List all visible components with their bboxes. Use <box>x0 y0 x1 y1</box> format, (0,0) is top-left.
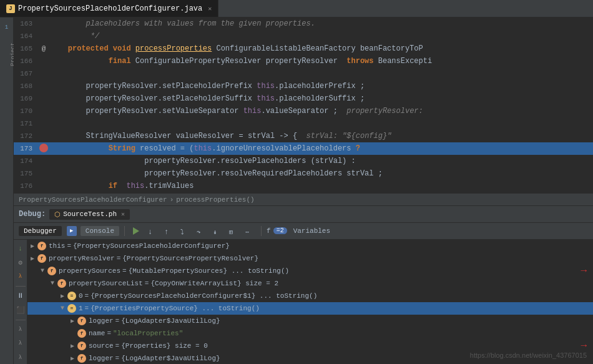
var-value-1: {PropertiesPropertySource} ... toString(… <box>91 305 260 312</box>
var-btn-pause[interactable]: ⏸ <box>14 290 27 302</box>
var-item-propertysources[interactable]: ▼ f propertySources = {MutablePropertySo… <box>27 265 593 277</box>
var-toggle-this[interactable]: ▶ <box>27 242 37 250</box>
var-item-this[interactable]: ▶ f this = {PropertySourcesPlaceholderCo… <box>27 240 593 252</box>
var-content: ▶ f this = {PropertySourcesPlaceholderCo… <box>27 240 593 364</box>
var-toggle-0[interactable]: ▶ <box>57 292 67 300</box>
var-value-logger2: {LogAdapter$JavaUtilLog} <box>121 355 220 362</box>
breakpoint-173[interactable] <box>39 144 48 152</box>
code-tab-active[interactable]: J PropertySourcesPlaceholderConfigurer.j… <box>0 0 218 17</box>
var-item-psl[interactable]: ▼ f propertySourceList = {CopyOnWriteArr… <box>27 277 593 290</box>
code-line-174: 174 propertyResolver.resolvePlaceholders… <box>14 155 593 167</box>
breadcrumb-class: PropertySourcesPlaceholderConfigurer <box>19 196 167 204</box>
var-item-source[interactable]: ▶ f source = {Properties} size = 0 → <box>27 340 593 352</box>
var-item-0[interactable]: ▶ = 0 = {PropertySourcesPlaceholderConfi… <box>27 290 593 302</box>
toolbar-btn-rerun[interactable] <box>130 225 142 237</box>
line-content-166: final ConfigurablePropertyResolver prope… <box>50 57 587 66</box>
var-eq-ps: = <box>122 267 127 275</box>
var-icon-logger2: f <box>77 354 86 363</box>
debug-label: Debug: <box>19 210 46 219</box>
var-toggle-1[interactable]: ▼ <box>57 305 67 312</box>
line-content-169: propertyResolver.setPlaceholderSuffix th… <box>50 94 587 103</box>
line-marker-173 <box>37 144 50 154</box>
toolbar-btn-step3[interactable]: ↡ <box>211 225 223 237</box>
console-tab[interactable]: Console <box>81 226 119 236</box>
code-line-169: 169 propertyResolver.setPlaceholderSuffi… <box>14 92 593 105</box>
var-toggle-logger1[interactable]: ▶ <box>67 317 77 325</box>
var-btn-filter[interactable]: ⚙ <box>14 257 27 269</box>
var-toggle-logger2[interactable]: ▶ <box>67 355 77 362</box>
code-line-163: 163 placeholders with values from the gi… <box>14 17 593 30</box>
var-value-pr: {PropertySourcesPropertyResolver} <box>122 255 258 262</box>
var-btn-stop[interactable]: ⬛ <box>14 304 27 317</box>
toolbar-btn-step[interactable]: ⤵ <box>179 225 191 237</box>
line-num-171: 171 <box>14 120 37 127</box>
debug-bar: Debug: ⬡ SourceTest.ph ✕ <box>14 206 593 223</box>
toolbar-sep-2 <box>261 226 262 236</box>
var-icon-this: f <box>37 242 46 250</box>
line-num-170: 170 <box>14 107 37 115</box>
line-content-172: StringValueResolver valueResolver = strV… <box>50 132 587 140</box>
var-icon-pr: f <box>37 254 46 263</box>
var-btn-lambda1[interactable]: λ <box>14 323 27 336</box>
svg-text:⊞: ⊞ <box>229 229 233 235</box>
var-eq-logger2: = <box>115 355 120 362</box>
frame-badge: =2 <box>273 227 287 234</box>
breadcrumb-sep: › <box>170 196 174 204</box>
var-btn-step-into[interactable]: ↓ <box>14 242 27 255</box>
breadcrumb-bar: PropertySourcesPlaceholderConfigurer › p… <box>14 193 593 206</box>
variables-label: Variables <box>293 227 330 235</box>
var-toggle-ps[interactable]: ▼ <box>37 267 47 274</box>
side-btn-1[interactable]: 1 <box>1 21 13 34</box>
code-line-172: 172 StringValueResolver valueResolver = … <box>14 130 593 142</box>
var-item-propertyresolver[interactable]: ▶ f propertyResolver = {PropertySourcesP… <box>27 252 593 265</box>
line-content-164: */ <box>50 32 587 41</box>
var-side-panel: ↓ ⚙ λ ⏸ ⬛ λ λ λ <box>14 240 27 364</box>
var-eq-logger1: = <box>115 317 120 325</box>
console-icon: ▶ <box>67 226 77 236</box>
toolbar-btn-up[interactable]: ↑ <box>162 225 175 237</box>
svg-text:⤵: ⤵ <box>180 229 184 235</box>
var-name-this: this <box>49 242 65 250</box>
var-item-name[interactable]: ▶ f name = "localProperties" <box>27 327 593 340</box>
line-content-174: propertyResolver.resolvePlaceholders (st… <box>50 157 587 165</box>
code-line-175: 175 propertyResolver.resolveRequiredPlac… <box>14 167 593 180</box>
line-num-167: 167 <box>14 70 37 77</box>
line-num-172: 172 <box>14 132 37 140</box>
var-item-1[interactable]: ▼ = 1 = {PropertiesPropertySource} ... t… <box>27 302 593 315</box>
var-name-psl: propertySourceList <box>69 280 143 287</box>
toolbar-btn-frames[interactable]: ⊞ <box>227 225 240 237</box>
variables-panel: ↓ ⚙ λ ⏸ ⬛ λ λ λ ▶ f this = {Pro <box>14 240 593 364</box>
debugger-tab[interactable]: Debugger <box>19 226 62 236</box>
breadcrumb-method: processProperties() <box>176 196 254 204</box>
at-sign-165: @ <box>42 45 46 52</box>
var-value-ps: {MutablePropertySources} ... toString() <box>129 267 289 275</box>
toolbar-btn-watch[interactable]: ⋯ <box>243 225 256 237</box>
var-btn-collapse[interactable]: λ <box>14 270 27 283</box>
code-tab-close[interactable]: ✕ <box>208 5 212 12</box>
code-line-167: 167 <box>14 67 593 80</box>
code-tab-bar: J PropertySourcesPlaceholderConfigurer.j… <box>0 0 593 17</box>
toolbar-btn-step2[interactable]: ↷ <box>195 225 207 237</box>
svg-text:↡: ↡ <box>213 229 217 235</box>
var-name-1: 1 <box>79 305 83 312</box>
line-content-175: propertyResolver.resolveRequiredPlacehol… <box>50 169 587 178</box>
var-btn-lambda2[interactable]: λ <box>14 337 27 350</box>
var-toggle-psl[interactable]: ▼ <box>47 280 57 287</box>
var-toggle-source[interactable]: ▶ <box>67 342 77 350</box>
toolbar-btn-down[interactable]: ↓ <box>146 225 159 237</box>
line-num-166: 166 <box>14 57 37 65</box>
var-name-logger2: logger <box>89 355 114 362</box>
var-item-logger1[interactable]: ▶ f logger = {LogAdapter$JavaUtilLog} <box>27 315 593 327</box>
debug-session-tab[interactable]: ⬡ SourceTest.ph ✕ <box>49 209 130 220</box>
var-btn-lambda3[interactable]: λ <box>14 352 27 364</box>
var-eq-source: = <box>115 342 120 350</box>
line-content-165: protected void processProperties Configu… <box>50 44 587 53</box>
line-num-164: 164 <box>14 32 37 40</box>
var-toggle-pr[interactable]: ▶ <box>27 255 37 262</box>
code-line-164: 164 */ <box>14 30 593 42</box>
line-content-170: propertyResolver.setValueSeparator this.… <box>50 107 587 116</box>
left-side-panel: 1 Project <box>0 17 14 364</box>
svg-text:↓: ↓ <box>148 228 152 235</box>
svg-marker-0 <box>133 227 139 235</box>
var-icon-1: = <box>67 304 76 313</box>
